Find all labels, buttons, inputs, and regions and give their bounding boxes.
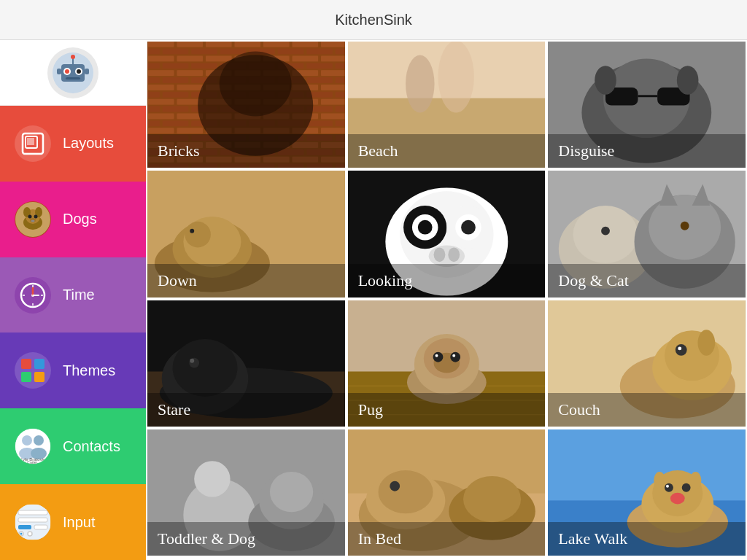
- svg-point-146: [665, 483, 673, 492]
- svg-rect-33: [34, 359, 44, 369]
- svg-rect-32: [21, 359, 31, 369]
- app-header: KitchenSink: [0, 0, 747, 40]
- looking-label: Looking: [348, 264, 546, 298]
- grid-cell-lakewalk[interactable]: Lake Walk: [546, 428, 747, 557]
- inbed-label: In Bed: [348, 522, 546, 556]
- svg-point-62: [406, 55, 435, 112]
- sidebar: Layouts: [0, 40, 146, 560]
- svg-point-20: [28, 214, 32, 218]
- svg-rect-47: [34, 525, 47, 529]
- sidebar-item-layouts[interactable]: Layouts: [0, 106, 146, 182]
- layouts-label: Layouts: [63, 135, 114, 152]
- contacts-label: Contacts: [63, 438, 120, 455]
- grid-cell-beach[interactable]: Beach: [347, 40, 547, 169]
- layouts-icon: [20, 131, 46, 157]
- svg-point-103: [173, 339, 238, 397]
- svg-point-54: [220, 52, 292, 117]
- sidebar-item-themes[interactable]: Themes: [0, 332, 146, 408]
- grid-cell-pug[interactable]: Pug: [347, 299, 547, 428]
- grid-cell-dogcat[interactable]: Dog & Cat: [546, 169, 747, 298]
- svg-point-125: [698, 330, 716, 356]
- svg-rect-35: [34, 372, 44, 382]
- svg-point-116: [450, 351, 460, 362]
- svg-rect-46: [18, 525, 31, 529]
- svg-point-63: [438, 42, 473, 112]
- disguise-label: Disguise: [548, 134, 746, 168]
- grid-cell-bricks[interactable]: Bricks: [146, 40, 347, 169]
- svg-point-21: [34, 214, 38, 218]
- bricks-label: Bricks: [147, 134, 345, 168]
- svg-point-124: [678, 346, 682, 350]
- sidebar-item-time[interactable]: Time: [0, 257, 146, 333]
- contacts-icon: Kyle Bratovic Erin Carter: [15, 429, 50, 464]
- input-label: Input: [63, 514, 95, 531]
- svg-point-70: [595, 66, 617, 95]
- app-logo: [47, 47, 98, 98]
- svg-text:Erin Carter: Erin Carter: [20, 460, 38, 464]
- grid-cell-couch[interactable]: Couch: [546, 299, 747, 428]
- grid-cell-stare[interactable]: Stare: [146, 299, 347, 428]
- svg-point-128: [194, 461, 230, 497]
- svg-point-151: [670, 492, 685, 504]
- dogs-icon-wrap: [15, 201, 51, 238]
- stare-label: Stare: [147, 393, 345, 427]
- svg-point-118: [452, 354, 455, 357]
- svg-point-5: [77, 69, 81, 74]
- contacts-photo: Kyle Bratovic Erin Carter: [15, 429, 50, 464]
- svg-point-76: [185, 222, 211, 248]
- themes-label: Themes: [63, 362, 115, 379]
- svg-point-139: [463, 476, 521, 522]
- svg-point-39: [34, 435, 44, 446]
- svg-point-117: [435, 354, 438, 357]
- grid-cell-down[interactable]: Down: [146, 169, 347, 298]
- grid-cell-disguise[interactable]: Disguise: [546, 40, 747, 169]
- svg-point-4: [65, 69, 69, 74]
- svg-point-8: [71, 55, 75, 59]
- svg-point-105: [190, 358, 194, 362]
- beach-label: Beach: [348, 134, 546, 168]
- sidebar-logo: [0, 40, 146, 106]
- sidebar-item-dogs[interactable]: Dogs: [0, 182, 146, 257]
- grid-cell-inbed[interactable]: In Bed: [347, 428, 547, 557]
- robot-icon: [51, 51, 95, 95]
- app-title: KitchenSink: [335, 12, 412, 28]
- sidebar-item-contacts[interactable]: Kyle Bratovic Erin Carter Contacts: [0, 408, 146, 484]
- svg-point-97: [601, 227, 610, 236]
- svg-point-115: [433, 351, 443, 362]
- grid-cell-looking[interactable]: Looking: [347, 169, 547, 298]
- input-icon: [15, 505, 50, 540]
- time-icon-wrap: [15, 277, 51, 314]
- svg-point-98: [681, 222, 689, 230]
- dogcat-label: Dog & Cat: [548, 264, 746, 298]
- input-photo: [15, 505, 50, 540]
- svg-point-85: [417, 220, 432, 235]
- grid-cell-extra3[interactable]: [546, 557, 747, 560]
- svg-point-49: [28, 532, 32, 536]
- input-icon-wrap: [15, 504, 51, 540]
- themes-icon-wrap: [15, 352, 51, 389]
- svg-rect-9: [57, 69, 61, 74]
- clock-icon: [20, 282, 46, 308]
- themes-icon: [18, 356, 47, 385]
- svg-point-123: [676, 343, 687, 355]
- grid-cell-extra1[interactable]: [146, 557, 347, 560]
- svg-point-50: [20, 533, 23, 535]
- lakewalk-label: Lake Walk: [548, 522, 746, 556]
- svg-point-88: [433, 248, 445, 262]
- svg-point-71: [677, 66, 699, 95]
- image-grid: Bricks Beach: [146, 40, 747, 560]
- svg-point-131: [270, 472, 313, 512]
- layouts-icon-wrap: [15, 125, 51, 162]
- down-label: Down: [147, 264, 345, 298]
- svg-point-149: [654, 472, 666, 489]
- grid-cell-extra2[interactable]: [347, 557, 547, 560]
- svg-rect-45: [18, 518, 47, 522]
- svg-point-23: [31, 219, 35, 222]
- sidebar-item-input[interactable]: Input: [0, 484, 146, 560]
- svg-point-150: [690, 472, 702, 489]
- grid-cell-toddler[interactable]: Toddler & Dog: [146, 428, 347, 557]
- svg-point-148: [666, 485, 669, 488]
- svg-point-37: [22, 435, 32, 446]
- contacts-icon-wrap: Kyle Bratovic Erin Carter: [15, 428, 51, 464]
- svg-point-89: [448, 248, 460, 262]
